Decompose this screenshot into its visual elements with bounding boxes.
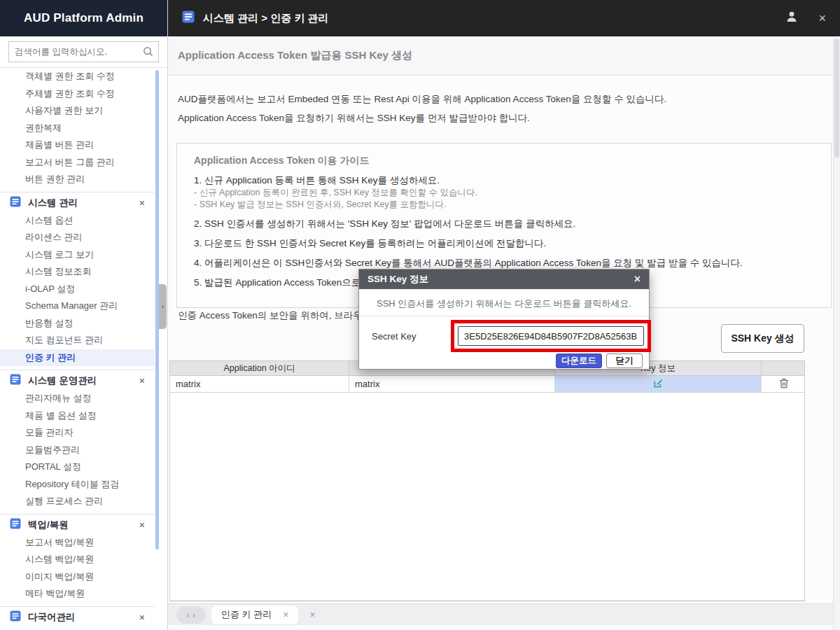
sidebar-item[interactable]: 인증 키 관리 <box>0 349 155 367</box>
intro-text: AUD플랫폼에서는 보고서 Embeded 연동 또는 Rest Api 이용을… <box>178 90 666 127</box>
sidebar-section: 시스템 운영관리×관리자메뉴 설정제품 별 옵션 설정모듈 관리자모듈범주관리P… <box>0 370 155 510</box>
cell-application-name: matrix <box>349 376 555 392</box>
tab-next-icon[interactable]: › <box>192 610 195 620</box>
sidebar-item[interactable]: 시스템 정보조회 <box>0 263 155 281</box>
user-icon[interactable] <box>785 10 799 27</box>
sidebar-item[interactable]: 버튼 권한 관리 <box>0 171 155 188</box>
sidebar-search <box>0 36 167 68</box>
sidebar-item[interactable]: 모듈범주관리 <box>0 442 155 459</box>
sidebar-item[interactable]: 시스템 로그 보기 <box>0 246 155 264</box>
modal-message: SSH 인증서를 생성하기 위해서는 다운로드 버튼을 클릭하세요. <box>359 298 649 310</box>
sidebar-item[interactable]: 주체별 권한 조회 수정 <box>0 85 155 103</box>
modal-title: SSH Key 정보 <box>368 273 428 286</box>
guide-step: 2. SSH 인증서를 생성하기 위해서는 'SSH Key 정보' 팝업에서 … <box>194 218 814 229</box>
section-close-icon[interactable]: × <box>136 519 148 531</box>
search-input[interactable] <box>8 41 159 62</box>
sidebar-item[interactable]: 시스템 옵션 <box>0 212 155 230</box>
app-title: AUD Platform Admin <box>0 0 167 36</box>
sidebar-item[interactable]: 실행 프로세스 관리 <box>0 493 155 510</box>
application-table: Application 아이디Key 정보 matrixmatrix <box>169 360 805 601</box>
menu-doc-icon <box>10 196 21 210</box>
guide-step: 3. 다운로드 한 SSH 인증서와 Secret Key를 등록하려는 어플리… <box>194 238 814 248</box>
table-row: matrixmatrix <box>169 376 805 393</box>
guide-step: 4. 어플리케이션은 이 SSH인증서와 Secret Key를 통해서 AUD… <box>194 258 814 268</box>
sidebar-item[interactable]: Repository 테이블 점검 <box>0 476 155 493</box>
guide-title: Application Access Token 이용 가이드 <box>194 155 814 166</box>
cell-key-info[interactable] <box>555 376 762 392</box>
main-scrollbar-thumb[interactable] <box>834 38 839 158</box>
sidebar-section-title: 시스템 관리 <box>28 197 136 209</box>
sidebar-item[interactable]: 관리자메뉴 설정 <box>0 390 155 407</box>
secret-key-label: Secret Key <box>372 331 416 342</box>
sidebar-section: 다국어관리×다국어 목록 관리 <box>0 606 155 630</box>
sidebar-item[interactable]: 지도 컴포넌트 관리 <box>0 332 155 349</box>
guide-note: - 신규 Applcation 등록이 완료된 후, SSH Key 정보를 확… <box>194 188 814 197</box>
modal-header: SSH Key 정보 × <box>359 270 649 289</box>
search-icon[interactable] <box>143 46 153 59</box>
modal-close-button[interactable]: 닫기 <box>606 354 643 368</box>
cell-delete[interactable] <box>762 376 806 392</box>
sidebar-item[interactable]: 보고서 백업/복원 <box>0 534 155 552</box>
sidebar-item[interactable]: Schema Manager 관리 <box>0 298 155 315</box>
close-icon[interactable]: × <box>818 12 826 24</box>
sidebar-menu: 객체별 권한 조회 수정주체별 권한 조회 수정사용자별 권한 보기권한복제제품… <box>0 68 155 630</box>
main-scrollbar[interactable] <box>833 36 840 630</box>
table-body: matrixmatrix <box>169 376 805 393</box>
sidebar-section-header[interactable]: 시스템 관리× <box>0 194 155 212</box>
sidebar-section-header[interactable]: 시스템 운영관리× <box>0 372 155 390</box>
sidebar-item[interactable]: 사용자별 권한 보기 <box>0 102 155 120</box>
sidebar-item[interactable]: 제품 별 옵션 설정 <box>0 407 155 425</box>
table-header-cell: Application 아이디 <box>170 361 349 375</box>
sidebar-item[interactable]: 다국어 목록 관리 <box>0 626 155 630</box>
menu-doc-icon <box>10 374 21 388</box>
guide-step: 1. 신규 Application 등록 버튼 통해 SSH Key를 생성하세… <box>194 175 814 186</box>
sidebar-item[interactable]: i-OLAP 설정 <box>0 281 155 298</box>
tab-close-icon[interactable]: × <box>283 609 288 620</box>
breadcrumb-doc-icon <box>182 10 195 26</box>
tab-prev-icon[interactable]: ‹ <box>187 610 190 620</box>
sidebar-item[interactable]: 객체별 권한 조회 수정 <box>0 68 155 85</box>
sidebar-collapse-handle[interactable]: ‹ <box>159 284 167 329</box>
modal-divider <box>359 316 649 316</box>
ssh-key-create-button[interactable]: SSH Key 생성 <box>721 324 804 353</box>
intro-line: Application Access Token을 요청하기 위해서는 SSH … <box>178 108 666 127</box>
tabbar-close-icon[interactable]: × <box>309 609 315 620</box>
bottom-tabbar: ‹ › 인증 키 관리 × × <box>168 603 840 625</box>
sidebar: AUD Platform Admin 객체별 권한 조회 수정주체별 권한 조회… <box>0 0 168 630</box>
sidebar-section-title: 백업/복원 <box>28 519 136 531</box>
sidebar-section-title: 시스템 운영관리 <box>28 374 136 387</box>
secret-key-input[interactable] <box>458 326 644 346</box>
menu-doc-icon <box>10 610 21 624</box>
sidebar-item[interactable]: 모듈 관리자 <box>0 424 155 442</box>
sidebar-item[interactable]: 제품별 버튼 관리 <box>0 136 155 154</box>
menu-doc-icon <box>10 518 21 532</box>
sidebar-item[interactable]: 이미지 백업/복원 <box>0 568 155 586</box>
sidebar-item[interactable]: 반응형 설정 <box>0 315 155 332</box>
sidebar-item[interactable]: 보고서 버튼 그룹 관리 <box>0 154 155 172</box>
section-close-icon[interactable]: × <box>136 197 148 209</box>
page-title: Application Access Token 발급용 SSH Key 생성 <box>168 36 840 76</box>
sidebar-section-header[interactable]: 다국어관리× <box>0 608 155 626</box>
sidebar-section-header[interactable]: 백업/복원× <box>0 516 155 534</box>
topbar: 시스템 관리 > 인증 키 관리 × <box>168 0 840 36</box>
sidebar-item[interactable]: PORTAL 설정 <box>0 458 155 476</box>
section-close-icon[interactable]: × <box>136 374 148 387</box>
cell-application-id: matrix <box>170 376 349 392</box>
trash-icon[interactable] <box>779 378 789 391</box>
table-header-cell <box>762 361 806 375</box>
security-note: 인증 Access Token의 보안을 위하여, 브라우저의 <box>178 309 382 322</box>
edit-icon[interactable] <box>653 378 664 391</box>
sidebar-item[interactable]: 라이센스 관리 <box>0 229 155 246</box>
tab-active[interactable]: 인증 키 관리 × <box>211 606 298 624</box>
sidebar-section: 시스템 관리×시스템 옵션라이센스 관리시스템 로그 보기시스템 정보조회i-O… <box>0 192 155 367</box>
sidebar-item[interactable]: 메타 백업/복원 <box>0 585 155 603</box>
sidebar-item[interactable]: 시스템 백업/복원 <box>0 551 155 568</box>
download-button[interactable]: 다운로드 <box>556 354 602 368</box>
sidebar-item[interactable]: 권한복제 <box>0 120 155 137</box>
section-close-icon[interactable]: × <box>136 611 148 624</box>
tab-nav-arrows[interactable]: ‹ › <box>176 606 206 624</box>
sidebar-section: 백업/복원×보고서 백업/복원시스템 백업/복원이미지 백업/복원메타 백업/복… <box>0 514 155 603</box>
intro-line: AUD플랫폼에서는 보고서 Embeded 연동 또는 Rest Api 이용을… <box>178 90 666 108</box>
table-empty-area <box>169 393 805 601</box>
modal-close-icon[interactable]: × <box>634 274 640 285</box>
